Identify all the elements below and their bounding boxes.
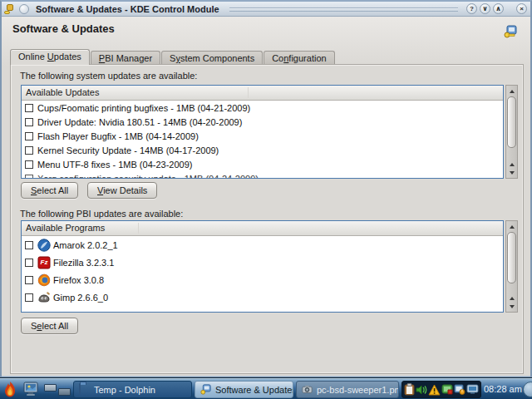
scroll-down-icon[interactable] [506, 168, 517, 177]
tab-panel-online-updates: The following system updates are availab… [10, 64, 524, 374]
taskbar-item-ksnapshot[interactable]: pc-bsd-sweeper1.png - KSn [296, 381, 399, 398]
list-item[interactable]: Kernel Security Update - 14MB (04-17-200… [22, 143, 503, 157]
folder-icon [79, 384, 90, 395]
tab-online-updates[interactable]: Online Updates [10, 49, 90, 65]
checkbox[interactable] [25, 160, 33, 169]
window-title: Software & Updates - KDE Control Module [36, 4, 219, 14]
select-all-updates-button[interactable]: Select All [21, 182, 78, 199]
checkbox[interactable] [25, 293, 33, 302]
checkbox[interactable] [25, 118, 33, 126]
taskbar: Temp - Dolphin Software & Updates - KDE … [0, 378, 532, 399]
taskbar-item-software-updates[interactable]: Software & Updates - KDE [195, 381, 293, 398]
tab-pbi-manager[interactable]: PBI Manager [91, 51, 160, 65]
window-content: Software & Updates Online Updates PBI Ma… [2, 17, 530, 376]
checkbox[interactable] [25, 276, 33, 284]
system-updates-list[interactable]: Available Updates Cups/Foomatic printing… [21, 85, 504, 179]
display-icon[interactable] [466, 384, 479, 395]
pbi-tray-icon[interactable] [454, 384, 466, 395]
close-button[interactable]: × [516, 3, 527, 14]
kcm-window: Software & Updates - KDE Control Module … [0, 0, 532, 378]
amarok-icon [37, 239, 51, 252]
checkbox[interactable] [25, 241, 33, 249]
window-icon [4, 3, 15, 14]
titlebar-grip [229, 7, 458, 12]
pager-desktop-2[interactable] [58, 388, 71, 396]
list-item[interactable]: Driver Update: Nvidia 180.51 - 14MB (04-… [22, 115, 503, 129]
checkbox[interactable] [25, 132, 33, 140]
taskbar-item-dolphin[interactable]: Temp - Dolphin [73, 381, 192, 398]
system-tray [401, 381, 481, 398]
checkbox[interactable] [25, 259, 33, 267]
checkbox[interactable] [25, 104, 33, 112]
shade-button[interactable]: ∨ [480, 3, 490, 14]
list-item[interactable]: Firefox 3.0.8 [22, 271, 503, 288]
list-item[interactable]: Fz Filezilla 3.2.3.1 [22, 254, 503, 271]
checkbox[interactable] [25, 175, 33, 180]
select-all-pbi-button[interactable]: Select All [21, 318, 78, 334]
gimp-icon [37, 291, 51, 304]
system-updates-scrollbar[interactable] [505, 85, 518, 179]
list-item[interactable]: Cups/Foomatic printing bugfixes - 1MB (0… [22, 101, 503, 115]
scrollbar-thumb[interactable] [507, 96, 516, 148]
scrollbar-thumb[interactable] [507, 232, 516, 283]
desktop-settings-icon[interactable] [22, 382, 39, 397]
firefox-icon [37, 273, 51, 287]
titlebar[interactable]: Software & Updates - KDE Control Module … [2, 2, 530, 17]
scroll-down-icon[interactable] [506, 302, 517, 311]
klipper-icon[interactable] [404, 383, 415, 396]
scroll-up-icon[interactable] [506, 86, 517, 96]
keep-above-button[interactable]: ∧ [493, 3, 504, 14]
page-title: Software & Updates [12, 22, 115, 35]
pager-desktop-1[interactable] [44, 384, 57, 392]
tab-configuration[interactable]: Configuration [264, 51, 334, 65]
filezilla-icon: Fz [37, 256, 51, 269]
desktop: Software & Updates - KDE Control Module … [0, 0, 532, 399]
panel-cashew-icon[interactable] [523, 382, 532, 397]
checkbox[interactable] [25, 146, 33, 155]
view-details-button[interactable]: View Details [87, 182, 157, 199]
list-item[interactable]: Gimp 2.6.6_0 [22, 288, 503, 306]
list-header[interactable]: Available Updates [22, 86, 503, 101]
updates-module-icon [504, 25, 517, 38]
clock[interactable]: 08:28 am [484, 379, 522, 399]
list-item[interactable]: Amarok 2.0.2_1 [22, 236, 503, 254]
volume-icon[interactable] [416, 384, 427, 396]
desktop-pager[interactable] [44, 382, 72, 397]
pcbsd-flame-icon[interactable] [2, 381, 18, 398]
window-menu-button[interactable] [19, 4, 29, 14]
pbi-updates-list[interactable]: Available Programs Amarok 2.0.2_1 Fz [21, 220, 504, 313]
list-item[interactable]: Menu UTF-8 fixes - 1MB (04-23-2009) [22, 157, 503, 171]
updates-module-icon [200, 384, 211, 395]
system-updates-label: The following system updates are availab… [20, 71, 197, 81]
pbi-updates-label: The following PBI updates are available: [20, 209, 183, 219]
list-header[interactable]: Available Programs [22, 221, 503, 236]
scroll-up-icon[interactable] [506, 222, 517, 231]
partial-list-item[interactable]: Xorg configuration security update - 1MB… [22, 171, 503, 179]
pbi-updates-scrollbar[interactable] [505, 220, 518, 313]
ksnapshot-icon [302, 384, 313, 395]
help-button[interactable]: ? [466, 3, 477, 14]
tab-bar: Online Updates PBI Manager System Compon… [10, 49, 336, 65]
list-item[interactable]: Flash Player Bugfix - 1MB (04-14-2009) [22, 129, 503, 143]
warning-icon[interactable] [428, 384, 441, 396]
tab-system-components[interactable]: System Components [161, 51, 263, 65]
update-notifier-icon[interactable] [441, 384, 453, 395]
